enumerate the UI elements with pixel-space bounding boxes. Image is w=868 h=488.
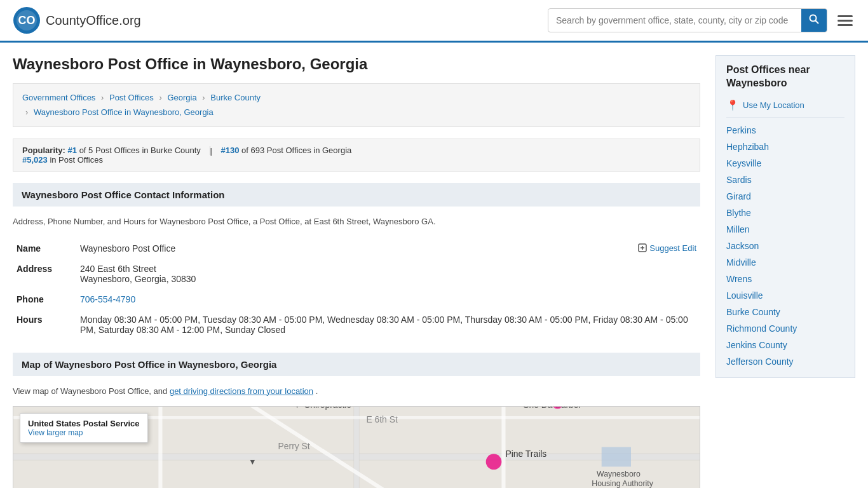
menu-button[interactable] — [835, 13, 855, 29]
sidebar: Post Offices near Waynesboro 📍 Use My Lo… — [715, 55, 855, 488]
header-right — [548, 8, 855, 32]
sidebar-link-sardis[interactable]: Sardis — [726, 172, 844, 188]
svg-text:Perry St: Perry St — [278, 441, 310, 451]
name-label: Name — [13, 238, 76, 259]
map-popup: United States Postal Service View larger… — [20, 413, 148, 443]
suggest-edit-button[interactable]: Suggest Edit — [638, 243, 696, 253]
logo-icon: CO — [13, 6, 41, 34]
phone-link[interactable]: 706-554-4790 — [80, 294, 135, 304]
sidebar-link-wrens[interactable]: Wrens — [726, 271, 844, 287]
map-container[interactable]: Perry St E 6th St Pine Trails Waynesboro… — [13, 406, 700, 488]
table-row-name: Name Waynesboro Post Office Suggest Edit — [13, 238, 700, 259]
svg-rect-22 — [602, 447, 631, 467]
svg-text:▼ Chiropractic: ▼ Chiropractic — [293, 407, 351, 410]
sidebar-link-blythe[interactable]: Blythe — [726, 205, 844, 221]
popularity-bar: Popularity: #1 of 5 Post Offices in Burk… — [13, 139, 700, 172]
search-button[interactable] — [801, 9, 827, 32]
contact-description: Address, Phone Number, and Hours for Way… — [13, 215, 700, 228]
name-value: Waynesboro Post Office Suggest Edit — [76, 238, 700, 259]
contact-info-table: Name Waynesboro Post Office Suggest Edit… — [13, 238, 700, 340]
contact-section-header: Waynesboro Post Office Contact Informati… — [13, 183, 700, 207]
sidebar-link-girard[interactable]: Girard — [726, 188, 844, 205]
main-container: Waynesboro Post Office in Waynesboro, Ge… — [0, 43, 868, 488]
svg-point-20 — [486, 454, 502, 470]
hours-label: Hours — [13, 309, 76, 340]
table-row-phone: Phone 706-554-4790 — [13, 289, 700, 309]
use-my-location-button[interactable]: 📍 Use My Location — [726, 99, 844, 111]
svg-text:▼: ▼ — [248, 458, 256, 467]
search-bar — [548, 8, 827, 32]
sidebar-link-jenkins-county[interactable]: Jenkins County — [726, 337, 844, 353]
svg-text:E 6th St: E 6th St — [366, 414, 398, 424]
svg-text:Sho Da Barber: Sho Da Barber — [523, 407, 581, 410]
svg-text:CO: CO — [18, 14, 36, 27]
search-input[interactable] — [548, 10, 801, 30]
breadcrumb-current[interactable]: Waynesboro Post Office in Waynesboro, Ge… — [34, 107, 214, 117]
sidebar-link-midville[interactable]: Midville — [726, 254, 844, 271]
location-icon: 📍 — [726, 99, 739, 111]
sidebar-divider — [726, 118, 844, 118]
search-icon — [809, 14, 819, 24]
site-header: CO CountyOffice.org — [0, 0, 868, 43]
svg-text:Housing Authority: Housing Authority — [592, 480, 653, 488]
map-popup-title: United States Postal Service — [28, 419, 140, 428]
sidebar-link-keysville[interactable]: Keysville — [726, 155, 844, 172]
table-row-hours: Hours Monday 08:30 AM - 05:00 PM, Tuesda… — [13, 309, 700, 340]
svg-text:Pine Trails: Pine Trails — [506, 449, 547, 459]
sidebar-link-richmond-county[interactable]: Richmond County — [726, 320, 844, 337]
table-row-address: Address 240 East 6th Street Waynesboro, … — [13, 259, 700, 289]
sidebar-link-burke-county[interactable]: Burke County — [726, 304, 844, 320]
sidebar-box: Post Offices near Waynesboro 📍 Use My Lo… — [715, 55, 855, 378]
view-larger-map-link[interactable]: View larger map — [28, 428, 83, 437]
svg-line-4 — [816, 21, 818, 24]
breadcrumb-government-offices[interactable]: Government Offices — [22, 93, 95, 102]
page-title: Waynesboro Post Office in Waynesboro, Ge… — [13, 55, 700, 73]
driving-directions-link[interactable]: get driving directions from your locatio… — [170, 386, 313, 396]
breadcrumb-burke-county[interactable]: Burke County — [210, 93, 261, 102]
sidebar-link-hephzibah[interactable]: Hephzibah — [726, 139, 844, 155]
hours-value: Monday 08:30 AM - 05:00 PM, Tuesday 08:3… — [76, 309, 700, 340]
sidebar-link-perkins[interactable]: Perkins — [726, 122, 844, 139]
breadcrumb-georgia[interactable]: Georgia — [167, 93, 196, 102]
sidebar-link-jackson[interactable]: Jackson — [726, 238, 844, 254]
address-label: Address — [13, 259, 76, 289]
phone-label: Phone — [13, 289, 76, 309]
address-value: 240 East 6th Street Waynesboro, Georgia,… — [76, 259, 700, 289]
edit-icon — [638, 243, 647, 252]
logo-text: CountyOffice.org — [46, 13, 141, 27]
sidebar-link-louisville[interactable]: Louisville — [726, 287, 844, 304]
sidebar-link-jefferson-county[interactable]: Jefferson County — [726, 353, 844, 370]
phone-value: 706-554-4790 — [76, 289, 700, 309]
breadcrumb-post-offices[interactable]: Post Offices — [109, 93, 154, 102]
sidebar-title: Post Offices near Waynesboro — [726, 64, 844, 90]
svg-text:Waynesboro: Waynesboro — [597, 470, 641, 478]
sidebar-link-millen[interactable]: Millen — [726, 221, 844, 238]
breadcrumb: Government Offices › Post Offices › Geor… — [13, 83, 700, 127]
map-section-header: Map of Waynesboro Post Office in Waynesb… — [13, 353, 700, 376]
logo[interactable]: CO CountyOffice.org — [13, 6, 141, 34]
map-description: View map of Waynesboro Post Office, and … — [13, 385, 700, 398]
main-content: Waynesboro Post Office in Waynesboro, Ge… — [13, 55, 715, 488]
